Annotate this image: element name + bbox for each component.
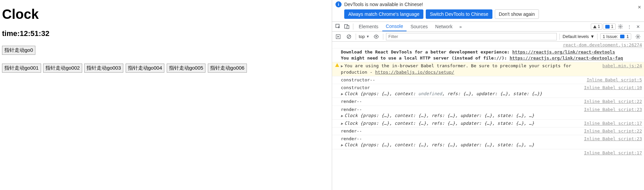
message-source-link[interactable]: babel.min.js:24 <box>603 63 642 69</box>
message-source-link[interactable]: Inline Babel script:10 <box>584 85 642 91</box>
more-tabs-icon[interactable]: » <box>456 23 464 31</box>
time-value: 12:51:32 <box>20 29 50 38</box>
warnings-count: 1 <box>598 24 600 29</box>
console-message: render-- Inline Babel script:22 <box>332 127 644 135</box>
log-text: constructor <box>341 85 370 90</box>
close-infobar-icon[interactable]: ✕ <box>638 5 641 10</box>
time-display: time:12:51:32 <box>2 29 330 38</box>
message-link[interactable]: https://reactjs.org/link/react-devtools-… <box>510 55 623 61</box>
svg-rect-2 <box>347 26 349 29</box>
close-devtools-icon[interactable]: ✕ <box>634 23 642 31</box>
message-source-link[interactable]: Inline Babel script:22 <box>584 99 642 105</box>
go001-button[interactable]: 指针走动go001 <box>2 64 41 73</box>
log-text: render-- <box>341 128 362 134</box>
message-source-link[interactable]: Inline Babel script:22 <box>584 128 642 134</box>
console-settings-gear-icon[interactable] <box>634 33 642 41</box>
object-preview[interactable]: Clock {props: {…}, context: {…}, refs: {… <box>345 121 535 126</box>
devtools-infobar: i DevTools is now available in Chinese! … <box>332 0 644 22</box>
log-levels-selector[interactable]: Default levels ▼ <box>562 34 594 39</box>
message-source-link[interactable]: Inline Babel script:23 <box>584 136 642 142</box>
disclosure-triangle-icon[interactable]: ▶ <box>341 113 343 118</box>
disclosure-triangle-icon[interactable]: ▶ <box>341 121 343 126</box>
object-preview[interactable]: Clock {props: {…}, context: {…}, refs: {… <box>345 142 535 147</box>
go003-button[interactable]: 指针走动go003 <box>84 64 123 73</box>
go002-button[interactable]: 指针走动go002 <box>43 64 82 73</box>
log-text: render-- <box>341 136 362 141</box>
issue-icon <box>620 35 624 38</box>
run-icon[interactable] <box>334 33 342 41</box>
issues-count: 1 <box>611 24 613 29</box>
svg-point-3 <box>620 26 621 27</box>
switch-to-chinese-button[interactable]: Switch DevTools to Chinese <box>426 9 492 19</box>
always-match-language-button[interactable]: Always match Chrome's language <box>344 9 423 19</box>
settings-gear-icon[interactable] <box>616 23 624 31</box>
caret-down-icon: ▼ <box>590 34 594 39</box>
go004-button[interactable]: 指针走动go004 <box>126 64 165 73</box>
message-source-link[interactable]: Inline Babel script:17 <box>584 150 642 156</box>
live-expression-eye-icon[interactable] <box>372 33 380 41</box>
context-value: top <box>359 34 365 39</box>
context-selector[interactable]: top ▼ <box>359 34 369 39</box>
issues-filter-label: 1 Issue: <box>603 34 618 39</box>
console-message: Download the React DevTools for a better… <box>332 48 644 62</box>
console-warning-message: ▶You are using the in-browser Babel tran… <box>332 62 644 76</box>
caret-down-icon: ▼ <box>366 35 369 38</box>
tab-network[interactable]: Network <box>432 22 456 31</box>
disclosure-triangle-icon[interactable]: ▶ <box>341 91 343 97</box>
time-label: time: <box>2 29 20 38</box>
message-source-link[interactable]: Inline Babel script:5 <box>587 77 642 83</box>
go006-button[interactable]: 指针走动go006 <box>208 64 247 73</box>
disclosure-triangle-icon[interactable]: ▶ <box>341 64 343 69</box>
console-filter-bar: top ▼ Default levels ▼ 1 Issue: 1 <box>332 32 644 42</box>
console-message: render-- ▶Clock {props: {…}, context: {…… <box>332 135 644 149</box>
tab-console[interactable]: Console <box>382 22 406 31</box>
object-preview[interactable]: , refs: {…}, updater: {…}, state: {…}} <box>442 91 542 96</box>
infobar-message: DevTools is now available in Chinese! <box>344 2 423 7</box>
rendered-page: Clock time:12:51:32 指针走动go0 指针走动go001 指针… <box>0 0 332 190</box>
button-row-2: 指针走动go001 指针走动go002 指针走动go003 指针走动go004 … <box>2 63 330 74</box>
issue-icon <box>605 25 610 29</box>
inspect-element-icon[interactable] <box>334 23 342 31</box>
issues-filter-count: 1 <box>626 34 629 39</box>
tab-sources[interactable]: Sources <box>407 22 431 31</box>
filter-input[interactable] <box>386 33 557 40</box>
disclosure-triangle-icon[interactable]: ▶ <box>341 143 343 148</box>
message-link[interactable]: https://reactjs.org/link/react-devtools <box>512 49 615 54</box>
clear-console-icon[interactable] <box>345 33 353 41</box>
message-source-link[interactable]: Inline Babel script:17 <box>584 120 642 126</box>
tab-elements[interactable]: Elements <box>355 22 382 31</box>
svg-point-7 <box>376 36 377 37</box>
issues-badge[interactable]: 1 <box>603 24 616 30</box>
log-text: constructor-- <box>341 77 375 82</box>
dont-show-again-button[interactable]: Don't show again <box>495 9 539 19</box>
object-preview[interactable]: Clock {props: {…}, context: <box>345 91 418 96</box>
levels-label: Default levels <box>562 34 589 39</box>
warning-triangle-icon <box>593 25 597 28</box>
message-source-link[interactable]: react-dom.development.js:26274 <box>332 42 644 48</box>
warnings-badge[interactable]: 1 <box>591 24 603 30</box>
console-message: ▶Clock {props: {…}, context: {…}, refs: … <box>332 120 644 127</box>
console-message: Inline Babel script:17 <box>332 149 644 157</box>
message-text: Download the React DevTools for a better… <box>341 49 512 54</box>
console-output[interactable]: react-dom.development.js:26274 Download … <box>332 42 644 190</box>
object-preview[interactable]: Clock {props: {…}, context: {…}, refs: {… <box>345 113 535 118</box>
go005-button[interactable]: 指针走动go005 <box>167 64 206 73</box>
svg-line-6 <box>348 35 350 38</box>
device-toolbar-icon[interactable] <box>343 23 351 31</box>
info-icon: i <box>335 1 342 7</box>
warning-triangle-icon <box>335 63 339 67</box>
page-title: Clock <box>2 7 330 22</box>
message-source-link[interactable]: Inline Babel script:23 <box>584 107 642 113</box>
console-message: constructor ▶Clock {props: {…}, context:… <box>332 84 644 98</box>
log-text: render-- <box>341 107 362 112</box>
message-link[interactable]: https://babeljs.io/docs/setup/ <box>375 70 454 75</box>
svg-point-8 <box>637 36 639 37</box>
devtools-panel: i DevTools is now available in Chinese! … <box>332 0 644 190</box>
console-message: render-- ▶Clock {props: {…}, context: {…… <box>332 106 644 120</box>
devtools-tabs-bar: Elements Console Sources Network » 1 1 ⋮… <box>332 22 644 32</box>
issues-filter-badge[interactable]: 1 Issue: 1 <box>600 33 631 40</box>
kebab-menu-icon[interactable]: ⋮ <box>625 23 633 31</box>
go0-button[interactable]: 指针走动go0 <box>2 46 35 55</box>
log-text: render-- <box>341 99 362 104</box>
message-text: You might need to use a local HTTP serve… <box>341 55 510 61</box>
